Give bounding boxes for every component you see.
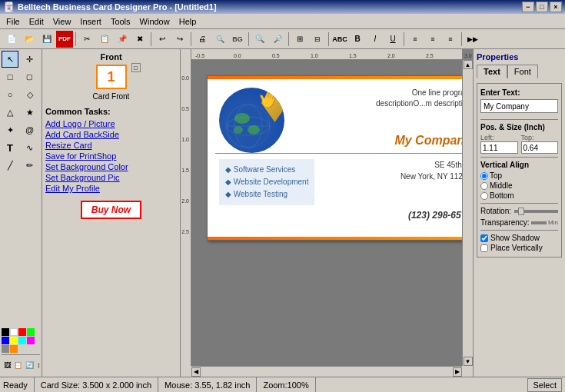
- grid-button[interactable]: ⊞: [291, 31, 308, 48]
- underline-button[interactable]: U: [384, 31, 401, 48]
- business-card[interactable]: 🤚 One line program descriptionO...m desc…: [207, 75, 462, 241]
- delete-button[interactable]: ✖: [131, 31, 148, 48]
- color-cyan[interactable]: [18, 337, 26, 344]
- menu-edit[interactable]: Edit: [25, 15, 48, 28]
- rotation-thumb[interactable]: [518, 208, 524, 215]
- color-red[interactable]: [18, 328, 26, 336]
- open-button[interactable]: 📂: [21, 31, 38, 48]
- tab-text[interactable]: Text: [477, 65, 507, 78]
- place-vertically-checkbox[interactable]: [480, 244, 488, 252]
- paste-button[interactable]: 📌: [114, 31, 131, 48]
- rotation-track[interactable]: [514, 210, 558, 213]
- zoom-in-button[interactable]: 🔍: [251, 31, 268, 48]
- align-right-button[interactable]: ≡: [442, 31, 459, 48]
- save-button[interactable]: 💾: [38, 31, 55, 48]
- scroll-up-button[interactable]: ▲: [464, 60, 473, 69]
- italic-button[interactable]: I: [367, 31, 384, 48]
- task-resize-card[interactable]: Resize Card: [45, 141, 92, 150]
- menu-tools[interactable]: Tools: [106, 15, 135, 28]
- scrollbar-horizontal[interactable]: ◀ ▶: [191, 366, 462, 377]
- align-center-button[interactable]: ≡: [424, 31, 441, 48]
- color-yellow[interactable]: [10, 337, 18, 344]
- card-thumbnail[interactable]: 1: [96, 65, 127, 89]
- color-magenta[interactable]: [27, 337, 35, 344]
- icon-btn4[interactable]: ↕: [36, 357, 42, 374]
- ellipse-tool[interactable]: ○: [2, 86, 18, 103]
- star-tool[interactable]: ★: [22, 104, 38, 121]
- scroll-left-button[interactable]: ◀: [191, 367, 201, 377]
- task-add-logo[interactable]: Add Logo / Picture: [45, 119, 115, 128]
- color-green[interactable]: [27, 328, 35, 336]
- color-gray[interactable]: [2, 345, 9, 353]
- redo-button[interactable]: ↪: [171, 31, 188, 48]
- top-col: Top:: [521, 134, 559, 154]
- close-button[interactable]: ×: [550, 2, 562, 12]
- align-top-radio[interactable]: [480, 172, 488, 180]
- color-black[interactable]: [2, 328, 9, 336]
- more-button[interactable]: ▶▶: [464, 31, 481, 48]
- scrollbar-vertical[interactable]: ▲ ▼: [462, 60, 473, 366]
- print-button[interactable]: 🖨: [194, 31, 211, 48]
- scroll-right-button[interactable]: ▶: [453, 367, 462, 377]
- task-set-bg-color[interactable]: Set Background Color: [45, 162, 128, 171]
- bold-button[interactable]: B: [349, 31, 366, 48]
- show-shadow-row: Show Shadow: [480, 234, 558, 242]
- rounded-rect-tool[interactable]: ▢: [22, 68, 38, 85]
- bg-button[interactable]: BG: [229, 31, 246, 48]
- color-orange[interactable]: [10, 345, 18, 353]
- task-save-printshop[interactable]: Save for PrintShop: [45, 151, 116, 161]
- align-middle-radio[interactable]: [480, 182, 488, 190]
- task-edit-profile[interactable]: Edit My Profile: [45, 184, 100, 193]
- align-bottom-radio[interactable]: [480, 192, 488, 200]
- align-left-button[interactable]: ≡: [407, 31, 424, 48]
- move-tool[interactable]: ✛: [22, 51, 38, 68]
- canvas[interactable]: 🤚 One line program descriptionO...m desc…: [191, 60, 462, 366]
- top-input[interactable]: [521, 141, 559, 154]
- pen-tool[interactable]: ✏: [22, 157, 38, 174]
- select-button[interactable]: Select: [527, 378, 562, 392]
- show-shadow-checkbox[interactable]: [480, 234, 488, 242]
- color-blue[interactable]: [2, 337, 9, 344]
- line-tool[interactable]: ╱: [2, 157, 18, 174]
- menu-insert[interactable]: Insert: [75, 15, 106, 28]
- task-add-backside[interactable]: Add Card BackSide: [45, 130, 119, 139]
- triangle-tool[interactable]: △: [2, 104, 18, 121]
- rect-tool[interactable]: □: [2, 68, 18, 85]
- print-preview-button[interactable]: 🔍: [211, 31, 228, 48]
- spell-button[interactable]: ABC: [331, 31, 348, 48]
- text-input[interactable]: [480, 99, 558, 113]
- transparency-track[interactable]: [531, 221, 547, 224]
- tab-font[interactable]: Font: [507, 65, 538, 78]
- icon-btn1[interactable]: 🖼: [3, 357, 12, 374]
- menu-help[interactable]: Help: [174, 15, 201, 28]
- buy-button[interactable]: Buy Now: [81, 201, 141, 219]
- scroll-down-button[interactable]: ▼: [464, 357, 473, 366]
- cut-button[interactable]: ✂: [78, 31, 95, 48]
- snap-button[interactable]: ⊟: [309, 31, 326, 48]
- new-button[interactable]: 📄: [3, 31, 20, 48]
- menu-view[interactable]: View: [48, 15, 76, 28]
- menu-window[interactable]: Window: [135, 15, 174, 28]
- undo-button[interactable]: ↩: [154, 31, 171, 48]
- color-white[interactable]: [10, 328, 18, 336]
- diamond-tool[interactable]: ◇: [22, 86, 38, 103]
- curve-tool[interactable]: ∿: [22, 139, 38, 156]
- scroll-corner: [181, 366, 191, 377]
- sep3: [191, 32, 191, 46]
- spiral-tool[interactable]: @: [22, 121, 38, 138]
- left-input[interactable]: [480, 141, 518, 154]
- copy-button[interactable]: 📋: [96, 31, 113, 48]
- expand-button[interactable]: □: [131, 63, 141, 72]
- zoom-out-button[interactable]: 🔎: [269, 31, 286, 48]
- minimize-button[interactable]: −: [522, 2, 534, 12]
- pdf-button[interactable]: PDF: [56, 31, 73, 48]
- service-3: Website Testing: [225, 188, 308, 201]
- star2-tool[interactable]: ✦: [2, 121, 18, 138]
- select-tool[interactable]: ↖: [2, 51, 18, 68]
- icon-btn2[interactable]: 📋: [13, 357, 23, 374]
- text-tool[interactable]: T: [2, 139, 18, 156]
- icon-btn3[interactable]: 🔄: [25, 357, 35, 374]
- maximize-button[interactable]: □: [536, 2, 548, 12]
- task-set-bg-pic[interactable]: Set Background Pic: [45, 173, 120, 182]
- menu-file[interactable]: File: [2, 15, 25, 28]
